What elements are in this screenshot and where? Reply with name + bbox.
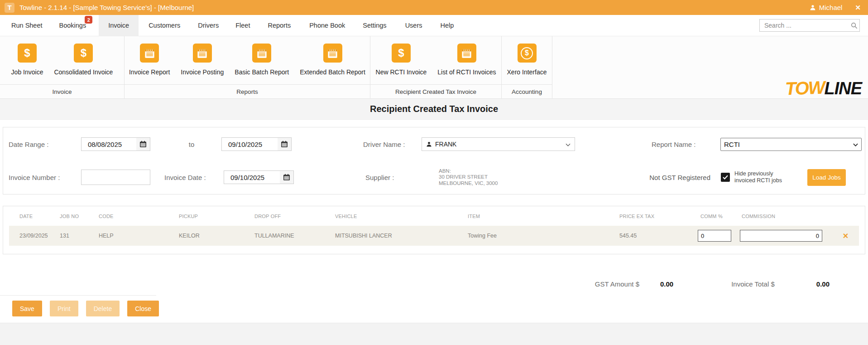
cell-item: Towing Fee: [468, 233, 619, 239]
invoice-date-input[interactable]: [224, 174, 280, 181]
list-of-rcti-invoices-button[interactable]: List of RCTI Invoices: [432, 44, 501, 76]
user-menu[interactable]: Michael: [810, 4, 843, 11]
driver-name-value: FRANK: [435, 141, 566, 148]
title-bar: T Towline - 2.1.14 - [Sample Towing Serv…: [0, 0, 868, 15]
notepad-icon: [323, 44, 342, 63]
check-icon: [723, 175, 728, 180]
supplier-label: Supplier :: [365, 174, 413, 181]
calendar-icon[interactable]: [280, 171, 293, 184]
invoice-report-button[interactable]: Invoice Report: [124, 44, 175, 76]
report-name-value: RCTI: [724, 141, 853, 148]
chevron-down-icon: [566, 140, 571, 148]
basic-batch-report-button[interactable]: Basic Batch Report: [229, 44, 294, 76]
invoice-number-field: [81, 170, 150, 185]
cell-drop-off: TULLAMARINE: [254, 233, 335, 239]
driver-name-select[interactable]: FRANK: [422, 137, 575, 151]
page-heading-strip: Recipient Created Tax Invoice: [0, 99, 868, 120]
date-to-input[interactable]: [222, 141, 278, 148]
calendar-icon[interactable]: [278, 138, 291, 151]
search-input[interactable]: [760, 22, 851, 29]
date-range-to-label: to: [185, 141, 198, 148]
extended-batch-report-button[interactable]: Extended Batch Report: [294, 44, 371, 76]
notepad-icon: [140, 44, 159, 63]
supplier-city-line: MELBOURNE, VIC, 3000: [439, 180, 498, 187]
ribbon-group-rcti: $ New RCTI Invoice List of RCTI Invoices…: [370, 36, 502, 98]
close-button[interactable]: Close: [127, 301, 159, 316]
footer-strip: [0, 323, 868, 345]
date-to-field: [221, 137, 292, 151]
user-icon: [810, 5, 816, 11]
tab-reports[interactable]: Reports: [268, 15, 291, 36]
towline-brand-logo: TOWLINE: [785, 78, 862, 98]
supplier-abn-line: ABN:: [439, 168, 498, 175]
xero-interface-button[interactable]: $ Xero Interface: [502, 44, 552, 76]
actions-divider: [0, 295, 156, 296]
page-title: Recipient Created Tax Invoice: [370, 104, 498, 114]
cell-pickup: KEILOR: [179, 233, 254, 239]
close-window-icon[interactable]: ✕: [855, 4, 861, 12]
commission-input[interactable]: [740, 230, 822, 242]
rcti-form-panel: Date Range : to Driver Name : FRANK Re: [3, 127, 865, 194]
cell-vehicle: MITSUBISHI LANCER: [335, 233, 468, 239]
col-header-job-no: JOB NO: [60, 214, 99, 219]
tab-invoice[interactable]: Invoice: [99, 15, 139, 36]
cell-price-ex-tax: 545.45: [619, 233, 700, 239]
global-search: [759, 19, 860, 32]
notepad-icon: [457, 44, 476, 63]
action-buttons: Save Print Delete Close: [12, 301, 868, 316]
invoice-posting-button[interactable]: Invoice Posting: [175, 44, 229, 76]
col-header-code: CODE: [99, 214, 179, 219]
new-rcti-invoice-button[interactable]: $ New RCTI Invoice: [370, 44, 432, 76]
report-name-label: Report Name :: [652, 141, 704, 148]
date-from-input[interactable]: [82, 141, 136, 148]
tab-customers[interactable]: Customers: [149, 15, 180, 36]
gst-amount-label: GST Amount $: [595, 280, 639, 288]
col-header-drop-off: DROP OFF: [254, 214, 335, 219]
jobs-table-header: DATE JOB NO CODE PICKUP DROP OFF VEHICLE…: [9, 206, 859, 226]
cell-code: HELP: [99, 233, 179, 239]
not-gst-registered-label: Not GST Registered: [649, 174, 710, 181]
invoice-number-input[interactable]: [82, 170, 150, 185]
comm-pct-input[interactable]: [698, 230, 731, 242]
calendar-icon[interactable]: [136, 138, 150, 151]
tab-users[interactable]: Users: [405, 15, 422, 36]
report-name-select[interactable]: RCTI: [720, 138, 862, 151]
tab-drivers[interactable]: Drivers: [198, 15, 219, 36]
dollar-icon: $: [18, 44, 37, 63]
date-range-label: Date Range :: [9, 141, 81, 148]
ribbon-group-accounting: $ Xero Interface Accounting: [502, 36, 552, 98]
consolidated-invoice-button[interactable]: $ Consolidated Invoice: [48, 44, 118, 76]
ribbon-group-invoice: $ Job Invoice $ Consolidated Invoice Inv…: [0, 36, 125, 98]
invoice-total-value: 0.00: [816, 280, 830, 288]
job-invoice-button[interactable]: $ Job Invoice: [6, 44, 49, 76]
col-header-date: DATE: [19, 214, 60, 219]
tab-settings[interactable]: Settings: [363, 15, 386, 36]
tab-phone-book[interactable]: Phone Book: [309, 15, 345, 36]
ribbon-group-label: Invoice: [0, 84, 124, 98]
ribbon-group-label: Recipient Created Tax Invoice: [370, 84, 501, 98]
app-logo-letter: T: [7, 4, 11, 11]
tab-run-sheet[interactable]: Run Sheet: [11, 15, 43, 36]
hide-invoiced-checkbox[interactable]: [721, 173, 730, 182]
load-jobs-button[interactable]: Load Jobs: [807, 169, 846, 186]
notepad-icon: [193, 44, 212, 63]
invoice-number-label: Invoice Number :: [9, 174, 81, 181]
dollar-icon: $: [392, 44, 411, 63]
col-header-price-ex-tax: PRICE EX TAX: [619, 214, 700, 219]
ribbon-group-label: Accounting: [502, 84, 552, 98]
tab-fleet[interactable]: Fleet: [235, 15, 250, 36]
search-icon[interactable]: [851, 22, 858, 29]
supplier-address: ABN: 30 DRIVER STREET MELBOURNE, VIC, 30…: [439, 168, 498, 187]
user-name: Michael: [819, 4, 843, 11]
tab-bookings[interactable]: Bookings 2: [59, 15, 86, 36]
col-header-item: ITEM: [468, 214, 619, 219]
save-button[interactable]: Save: [12, 301, 42, 316]
app-logo-icon: T: [5, 3, 14, 13]
invoice-date-field: [224, 170, 294, 184]
tab-help[interactable]: Help: [441, 15, 454, 36]
driver-name-label: Driver Name :: [363, 141, 411, 148]
jobs-table-panel: DATE JOB NO CODE PICKUP DROP OFF VEHICLE…: [3, 206, 865, 254]
ribbon-group-reports: Invoice Report Invoice Posting Basic Bat…: [125, 36, 370, 98]
row-delete-icon[interactable]: ✕: [843, 232, 849, 240]
invoice-date-label: Invoice Date :: [164, 174, 205, 181]
